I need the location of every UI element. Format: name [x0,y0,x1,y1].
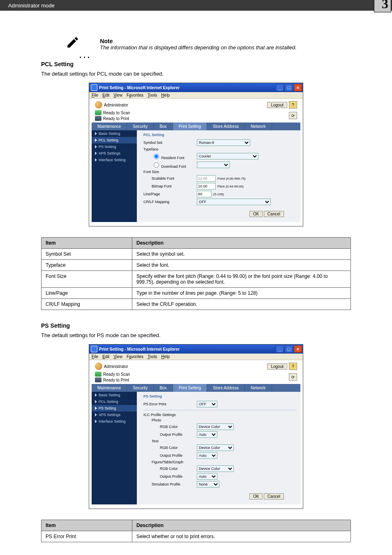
linepage-input[interactable] [197,191,212,197]
output-label: Output Profile [143,432,197,437]
pserr-label: PS Error Print [143,402,197,406]
sidebar-item-interface[interactable]: Interface Setting [92,157,137,163]
minimize-icon[interactable]: _ [276,84,284,91]
linepage-hint: (5-128) [213,192,224,196]
logout-button[interactable]: Logout [267,363,287,370]
sidebar: Basic Setting PCL Setting PS Setting XPS… [92,392,137,504]
close-icon[interactable]: × [294,84,302,91]
note-label: Note [100,38,296,44]
table-row: Symbol SetSelect the symbol set. [42,249,351,260]
help-icon[interactable]: ? [289,101,297,109]
tab-maintenance[interactable]: Maintenance [92,123,127,130]
ps-table: ItemDescription PS Error PrintSelect whe… [41,520,351,542]
tab-box[interactable]: Box [154,384,173,392]
resident-font-radio[interactable] [154,154,159,159]
ie-titlebar: Print Setting - Microsoft Internet Explo… [89,83,303,92]
menu-view[interactable]: View [113,354,122,359]
tab-print-setting[interactable]: Print Setting [173,123,207,130]
tab-security[interactable]: Security [127,384,154,392]
ok-button[interactable]: OK [249,493,263,500]
text-output-select[interactable]: Auto [197,452,217,459]
sidebar-item-ps[interactable]: PS Setting [92,405,137,412]
table-row: CR/LF MappingSelect the CR/LF operation. [42,299,351,310]
scalable-input[interactable] [197,175,216,182]
menu-view[interactable]: View [113,93,122,97]
menu-tools[interactable]: Tools [148,93,157,97]
cancel-button[interactable]: Cancel [264,493,284,500]
photo-output-select[interactable]: Auto [197,431,217,438]
maximize-icon[interactable]: □ [285,345,293,353]
menu-edit[interactable]: Edit [102,354,109,359]
th-item: Item [42,520,132,531]
ps-heading: PS Setting [41,322,351,329]
header-title: Administrator mode [8,2,55,9]
download-font-select[interactable] [197,162,230,168]
help-icon[interactable]: ? [289,363,297,370]
triangle-icon [95,407,97,410]
close-icon[interactable]: × [294,345,302,353]
tab-store-address[interactable]: Store Address [207,123,245,130]
logout-button[interactable]: Logout [267,102,287,108]
sidebar-item-interface[interactable]: Interface Setting [92,418,137,425]
triangle-icon [95,393,97,397]
ok-button[interactable]: OK [249,211,263,217]
sidebar-item-ps[interactable]: PS Setting [92,143,137,150]
menu-favorites[interactable]: Favorites [127,93,143,97]
sidebar-item-pcl[interactable]: PCL Setting [92,137,137,143]
printer-icon [95,377,101,382]
refresh-icon[interactable]: ⟳ [289,373,297,381]
triangle-icon [95,158,97,162]
panel-title: PS Setting [143,394,296,398]
bitmap-input[interactable] [197,183,216,190]
sidebar-item-xps[interactable]: XPS Settings [92,412,137,418]
note-text: The information that is displayed differ… [100,44,296,51]
sidebar-item-pcl[interactable]: PCL Setting [92,398,137,405]
minimize-icon[interactable]: _ [276,345,284,353]
menu-file[interactable]: File [92,354,98,359]
note-block: ... Note The information that is display… [66,35,351,51]
triangle-icon [95,145,97,148]
status-scan: Ready to Scan [103,111,130,115]
menu-tools[interactable]: Tools [148,354,157,359]
menu-help[interactable]: Help [161,354,170,359]
tab-store-address[interactable]: Store Address [207,384,245,392]
menu-edit[interactable]: Edit [102,93,109,97]
sidebar-item-basic[interactable]: Basic Setting [92,130,137,137]
crlf-select[interactable]: OFF [197,199,271,205]
triangle-icon [95,139,97,142]
ie-titlebar: Print Setting - Microsoft Internet Explo… [89,345,303,354]
menu-help[interactable]: Help [161,93,170,97]
text-rgb-select[interactable]: Device Color [197,444,234,451]
fig-label: Figure/Table/Graph [143,460,197,464]
cancel-button[interactable]: Cancel [264,211,284,217]
photo-rgb-select[interactable]: Device Color [197,423,234,430]
tab-maintenance[interactable]: Maintenance [92,384,127,392]
menu-favorites[interactable]: Favorites [127,354,143,359]
output-label: Output Profile [143,474,197,479]
tab-print-setting[interactable]: Print Setting [173,384,207,392]
ie-title: Print Setting - Microsoft Internet Explo… [99,86,180,90]
table-row: Line/PageType in the number of lines per… [42,288,351,299]
download-font-radio[interactable] [154,162,159,168]
symbol-set-select[interactable]: Roman-8 [197,139,250,146]
resident-font-select[interactable]: Courier [197,153,258,160]
typeface-label: Typeface [143,147,197,151]
fig-output-select[interactable]: Auto [197,473,217,480]
maximize-icon[interactable]: □ [285,84,293,91]
sidebar-item-xps[interactable]: XPS Settings [92,150,137,157]
tab-box[interactable]: Box [154,123,173,130]
sidebar-item-basic[interactable]: Basic Setting [92,392,137,398]
tabbar: Maintenance Security Box Print Setting S… [92,123,300,130]
status-scan: Ready to Scan [103,372,130,377]
tab-security[interactable]: Security [127,123,154,130]
tab-network[interactable]: Network [245,384,272,392]
tab-network[interactable]: Network [245,123,272,130]
rgb-label: RGB Color [143,467,197,471]
menu-file[interactable]: File [92,93,98,97]
fig-rgb-select[interactable]: Device Color [197,465,234,472]
scanner-icon [95,110,101,115]
sim-select[interactable]: None [197,481,219,488]
refresh-icon[interactable]: ⟳ [289,112,297,119]
pserr-select[interactable]: OFF [197,401,217,407]
triangle-icon [95,132,97,135]
